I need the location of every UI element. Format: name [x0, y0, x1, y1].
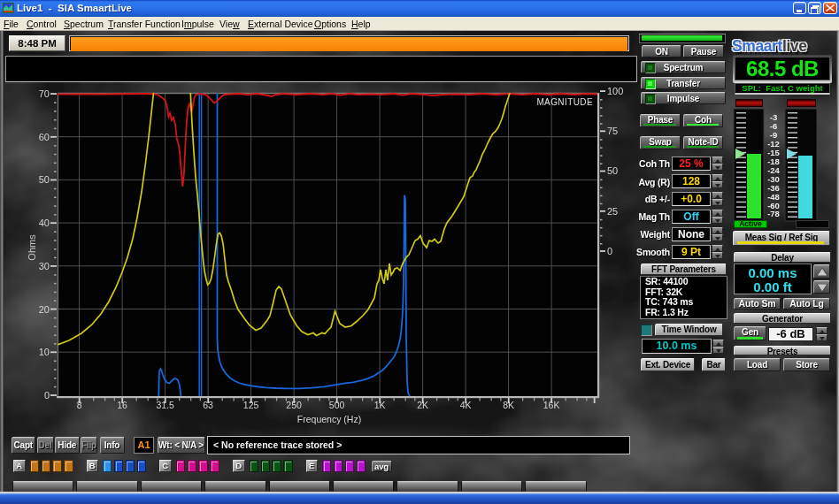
svg-text:-78: -78: [767, 209, 780, 218]
